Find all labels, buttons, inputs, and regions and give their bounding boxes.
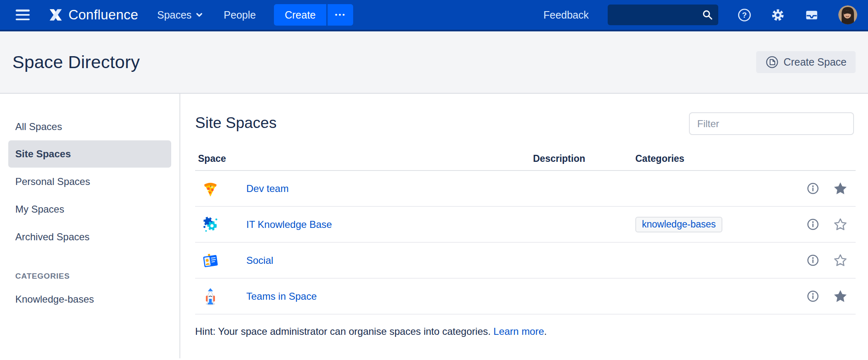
space-link[interactable]: Teams in Space (246, 291, 317, 302)
sidebar-item-site-spaces[interactable]: Site Spaces (8, 140, 171, 168)
create-more-button[interactable]: ••• (328, 4, 353, 26)
hint-text: Hint: Your space administrator can organ… (195, 326, 856, 337)
table-row: Social (195, 243, 856, 279)
pizza-icon (201, 179, 220, 198)
feedback-link[interactable]: Feedback (543, 9, 589, 21)
create-split-button: Create ••• (274, 4, 353, 26)
search-icon[interactable] (702, 9, 713, 21)
spaces-table: Space Description Categories (195, 147, 856, 315)
page-title: Space Directory (12, 52, 140, 72)
table-row: Dev team (195, 171, 856, 207)
info-icon[interactable] (800, 182, 825, 195)
column-header-space: Space (195, 153, 533, 164)
favourite-star-icon[interactable] (825, 217, 856, 232)
rocket-icon (201, 287, 220, 306)
top-navigation: Confluence Spaces People Create ••• Feed… (0, 0, 868, 31)
column-header-description: Description (533, 153, 635, 164)
create-button[interactable]: Create (274, 4, 326, 26)
space-link[interactable]: Social (246, 255, 273, 266)
star-filled-icon (833, 181, 848, 197)
confluence-home-link[interactable]: Confluence (47, 6, 138, 24)
nav-spaces-menu[interactable]: Spaces (157, 9, 204, 21)
sidebar-item-knowledge-bases[interactable]: Knowledge-bases (0, 285, 179, 313)
brand-name: Confluence (68, 7, 138, 23)
star-filled-icon (833, 289, 848, 304)
content-area: All Spaces Site Spaces Personal Spaces M… (0, 94, 868, 358)
id-card-icon (201, 251, 220, 270)
create-space-button[interactable]: Create Space (756, 51, 856, 73)
svg-text:?: ? (742, 11, 747, 19)
sidebar: All Spaces Site Spaces Personal Spaces M… (0, 94, 180, 358)
filter-input[interactable] (689, 112, 854, 135)
nav-right-group: Feedback ? (543, 5, 857, 25)
main-panel: Site Spaces Space Description Categories (180, 94, 868, 358)
star-outline-icon (833, 253, 848, 268)
search-box[interactable] (608, 5, 718, 25)
sidebar-item-archived-spaces[interactable]: Archived Spaces (0, 223, 179, 251)
sidebar-item-my-spaces[interactable]: My Spaces (0, 195, 179, 223)
gear-icon[interactable] (771, 8, 785, 22)
categories-section-label: CATEGORIES (0, 267, 179, 285)
column-header-categories: Categories (635, 153, 800, 164)
categories-cell: knowledge-bases (635, 217, 800, 232)
tray-icon[interactable] (804, 7, 819, 23)
create-space-icon (765, 55, 779, 69)
star-outline-icon (833, 217, 848, 232)
table-header-row: Space Description Categories (195, 147, 856, 171)
gears-icon (201, 215, 220, 234)
search-input[interactable] (613, 9, 702, 21)
info-icon[interactable] (800, 290, 825, 303)
sidebar-item-all-spaces[interactable]: All Spaces (0, 113, 179, 140)
nav-people-link[interactable]: People (224, 9, 256, 21)
info-icon[interactable] (800, 218, 825, 231)
favourite-star-icon[interactable] (825, 289, 856, 304)
page-header: Space Directory Create Space (0, 31, 868, 94)
help-icon[interactable]: ? (737, 8, 752, 22)
confluence-logo-icon (47, 6, 64, 24)
sidebar-item-personal-spaces[interactable]: Personal Spaces (0, 168, 179, 195)
favourite-star-icon[interactable] (825, 253, 856, 268)
avatar[interactable] (838, 5, 857, 24)
info-icon[interactable] (800, 254, 825, 267)
table-row: Teams in Space (195, 279, 856, 315)
space-link[interactable]: Dev team (246, 183, 289, 194)
space-link[interactable]: IT Knowledge Base (246, 219, 332, 230)
category-lozenge[interactable]: knowledge-bases (635, 217, 722, 232)
learn-more-link[interactable]: Learn more (493, 326, 544, 337)
table-row: IT Knowledge Base knowledge-bases (195, 207, 856, 243)
favourite-star-icon[interactable] (825, 181, 856, 197)
hamburger-icon[interactable] (16, 9, 30, 20)
chevron-down-icon (195, 10, 204, 19)
